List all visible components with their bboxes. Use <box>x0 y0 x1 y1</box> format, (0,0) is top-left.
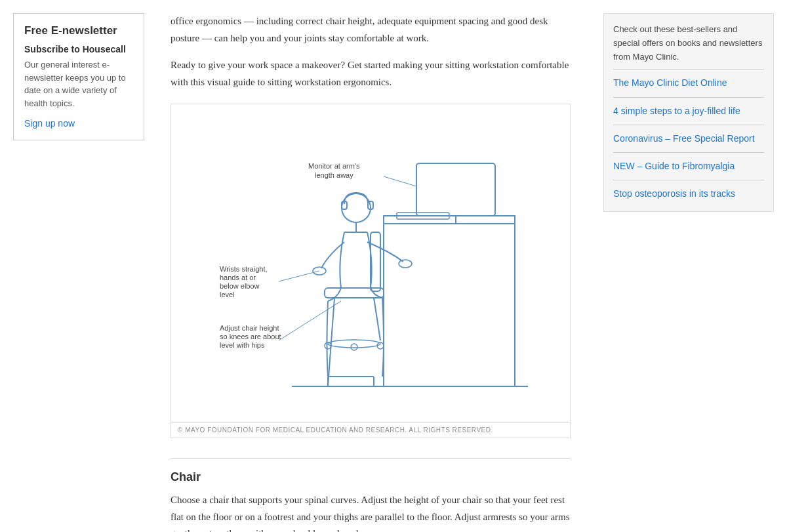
promo-link-4[interactable]: Stop osteoporosis in its tracks <box>613 186 764 202</box>
svg-text:Monitor at arm's: Monitor at arm's <box>308 162 360 170</box>
svg-text:hands at or: hands at or <box>220 274 256 281</box>
left-sidebar: Free E-newsletter Subscribe to Housecall… <box>13 0 157 532</box>
intro-text-end: your joints stay comfortable at work. <box>281 33 429 43</box>
workstation-paragraph: Ready to give your work space a makeover… <box>171 57 571 91</box>
promo-box: Check out these best-sellers and special… <box>603 13 774 212</box>
subscribe-label: Subscribe to Housecall <box>24 44 133 54</box>
svg-rect-4 <box>328 377 374 386</box>
svg-point-11 <box>351 344 357 350</box>
promo-link-0[interactable]: The Mayo Clinic Diet Online <box>613 75 764 91</box>
intro-paragraph: office ergonomics — including correct ch… <box>171 13 571 47</box>
right-sidebar: Check out these best-sellers and special… <box>590 0 774 532</box>
svg-text:so knees are about: so knees are about <box>220 333 281 340</box>
main-content: office ergonomics — including correct ch… <box>157 0 590 532</box>
diagram-svg: Monitor at arm's length away Wrists stra… <box>213 111 528 415</box>
newsletter-title: Free E-newsletter <box>24 24 133 37</box>
chair-text: Choose a chair that supports your spinal… <box>171 492 571 532</box>
diagram-copyright: © MAYO FOUNDATION FOR MEDICAL EDUCATION … <box>171 422 570 438</box>
svg-rect-5 <box>325 288 384 298</box>
svg-text:Wrists straight,: Wrists straight, <box>220 265 268 273</box>
promo-link-3[interactable]: NEW – Guide to Fibromyalgia <box>613 158 764 174</box>
divider <box>613 152 764 153</box>
divider <box>613 69 764 70</box>
svg-line-28 <box>279 271 319 281</box>
diagram-inner: Monitor at arm's length away Wrists stra… <box>171 104 570 422</box>
svg-line-25 <box>384 176 416 186</box>
divider <box>613 180 764 180</box>
newsletter-description: Our general interest e-newsletter keeps … <box>24 58 133 110</box>
svg-text:Adjust chair height: Adjust chair height <box>220 324 279 332</box>
divider <box>613 97 764 98</box>
intro-highlight: can help you and <box>214 33 281 43</box>
divider <box>613 125 764 125</box>
svg-rect-22 <box>416 163 495 216</box>
chair-heading: Chair <box>171 458 571 484</box>
svg-text:length away: length away <box>315 171 353 179</box>
svg-text:level: level <box>220 291 235 298</box>
promo-text: Check out these best-sellers and special… <box>613 23 764 64</box>
svg-text:level with hips: level with hips <box>220 341 265 349</box>
sign-up-link[interactable]: Sign up now <box>24 118 75 129</box>
svg-text:below elbow: below elbow <box>220 282 260 290</box>
promo-link-2[interactable]: Coronavirus – Free Special Report <box>613 131 764 147</box>
svg-line-8 <box>374 298 380 340</box>
svg-point-21 <box>399 260 412 268</box>
promo-link-1[interactable]: 4 simple steps to a joy-filled life <box>613 103 764 119</box>
newsletter-box: Free E-newsletter Subscribe to Housecall… <box>13 13 144 140</box>
diagram-container: Monitor at arm's length away Wrists stra… <box>171 104 571 438</box>
